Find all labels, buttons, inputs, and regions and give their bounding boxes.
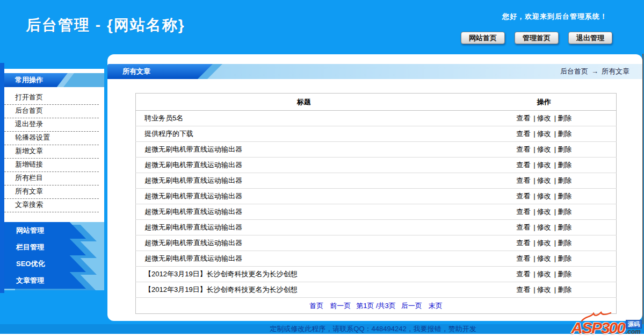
sidebar-section-banner[interactable]: 文章管理 xyxy=(4,272,86,289)
sidebar-menu-item[interactable]: 打开首页 xyxy=(4,91,99,105)
article-actions: 查看|修改|删除 xyxy=(472,282,617,298)
article-actions: 查看|修改|删除 xyxy=(472,111,617,126)
window-border xyxy=(642,54,643,336)
table-row: 超微无刷电机带直线运动输出器 查看|修改|删除 xyxy=(136,189,617,204)
delete-link[interactable]: 删除 xyxy=(558,239,571,247)
edit-link[interactable]: 修改 xyxy=(537,223,551,231)
sidebar-menu-item[interactable]: 新增链接 xyxy=(4,159,99,172)
breadcrumb-current: 所有文章 xyxy=(602,67,629,75)
article-title: 聘业务员5名 xyxy=(136,111,472,126)
sidebar-section-banner[interactable]: 栏目管理 xyxy=(4,239,86,255)
article-title: 超微无刷电机带直线运动输出器 xyxy=(136,220,472,235)
pagination: 首页前一页第1页 /共3页后一页末页 xyxy=(136,298,617,314)
table-row: 超微无刷电机带直线运动输出器 查看|修改|删除 xyxy=(136,204,617,220)
delete-link[interactable]: 删除 xyxy=(558,254,571,262)
footer-text: 定制或修改此程序，请联系QQ：448494242，我要报错，赞助开发 xyxy=(270,325,476,333)
prev-page-link[interactable]: 前一页 xyxy=(330,302,351,310)
table-row: 超微无刷电机带直线运动输出器 查看|修改|删除 xyxy=(136,173,617,189)
sidebar-section-header: 常用操作 xyxy=(4,73,104,87)
admin-home-button[interactable]: 管理首页 xyxy=(515,32,559,44)
sidebar-menu-item[interactable]: 文章搜索 xyxy=(4,199,99,212)
article-title: 超微无刷电机带直线运动输出器 xyxy=(136,158,472,173)
sidebar-menu: 打开首页 后台首页 退出登录 轮播器设置 新增文章 新增链接 所有栏目 所有文章… xyxy=(4,91,104,212)
edit-link[interactable]: 修改 xyxy=(537,285,551,294)
table-header-row: 标题 操作 xyxy=(136,94,617,111)
view-link[interactable]: 查看 xyxy=(516,239,530,247)
edit-link[interactable]: 修改 xyxy=(537,114,551,122)
column-header-ops: 操作 xyxy=(472,94,617,111)
logout-button[interactable]: 退出管理 xyxy=(568,32,612,44)
sidebar-menu-item[interactable]: 所有栏目 xyxy=(4,172,99,185)
main-panel: 所有文章 后台首页→所有文章 标题 操作 聘业务员5名 查看|修 xyxy=(107,54,642,321)
edit-link[interactable]: 修改 xyxy=(537,161,551,169)
view-link[interactable]: 查看 xyxy=(516,130,530,138)
sidebar-menu-item[interactable]: 所有文章 xyxy=(4,185,99,199)
table-row: 超微无刷电机带直线运动输出器 查看|修改|删除 xyxy=(136,251,617,267)
edit-link[interactable]: 修改 xyxy=(537,208,551,216)
breadcrumb-parent-link[interactable]: 后台首页 xyxy=(560,67,588,75)
view-link[interactable]: 查看 xyxy=(516,270,530,278)
sidebar-menu-item[interactable]: 新增文章 xyxy=(4,145,99,159)
delete-link[interactable]: 删除 xyxy=(558,130,571,138)
sidebar-section-row: 文章管理 xyxy=(4,272,99,289)
bottom-strip xyxy=(0,334,644,336)
sidebar-section-row: 网站管理 xyxy=(4,222,99,239)
edit-link[interactable]: 修改 xyxy=(537,239,551,247)
last-page-link[interactable]: 末页 xyxy=(429,302,443,310)
article-actions: 查看|修改|删除 xyxy=(472,251,617,267)
next-page-link[interactable]: 后一页 xyxy=(401,302,422,310)
delete-link[interactable]: 删除 xyxy=(558,161,571,169)
page-title: 后台管理 - {网站名称} xyxy=(26,15,185,35)
view-link[interactable]: 查看 xyxy=(516,114,530,122)
edit-link[interactable]: 修改 xyxy=(537,145,551,153)
view-link[interactable]: 查看 xyxy=(516,208,530,216)
delete-link[interactable]: 删除 xyxy=(558,223,571,231)
content-title: 所有文章 xyxy=(107,64,150,79)
article-actions: 查看|修改|删除 xyxy=(472,142,617,158)
view-link[interactable]: 查看 xyxy=(516,145,530,153)
article-actions: 查看|修改|删除 xyxy=(472,126,617,142)
article-actions: 查看|修改|删除 xyxy=(472,158,617,173)
edit-link[interactable]: 修改 xyxy=(537,254,551,262)
first-page-link[interactable]: 首页 xyxy=(309,302,323,310)
flame-icon xyxy=(581,311,613,322)
article-actions: 查看|修改|删除 xyxy=(472,235,617,251)
delete-link[interactable]: 删除 xyxy=(558,208,571,216)
edit-link[interactable]: 修改 xyxy=(537,130,551,138)
delete-link[interactable]: 删除 xyxy=(558,285,571,294)
delete-link[interactable]: 删除 xyxy=(558,270,571,278)
view-link[interactable]: 查看 xyxy=(516,254,530,262)
table-row: 超微无刷电机带直线运动输出器 查看|修改|删除 xyxy=(136,142,617,158)
article-title: 超微无刷电机带直线运动输出器 xyxy=(136,173,472,189)
article-title: 超微无刷电机带直线运动输出器 xyxy=(136,235,472,251)
sidebar-section-banner[interactable]: 网站管理 xyxy=(4,222,86,239)
edit-link[interactable]: 修改 xyxy=(537,270,551,278)
table-row: 超微无刷电机带直线运动输出器 查看|修改|删除 xyxy=(136,220,617,235)
asp300-domain: .com xyxy=(626,328,641,335)
edit-link[interactable]: 修改 xyxy=(537,192,551,200)
view-link[interactable]: 查看 xyxy=(516,161,530,169)
view-link[interactable]: 查看 xyxy=(516,285,530,294)
view-link[interactable]: 查看 xyxy=(516,223,530,231)
table-row: 【2012年3月19日】长沙创奇科技更名为长沙创想 查看|修改|删除 xyxy=(136,282,617,298)
table-row: 提供程序的下载 查看|修改|删除 xyxy=(136,126,617,142)
delete-link[interactable]: 删除 xyxy=(558,145,571,153)
sidebar-menu-item[interactable]: 轮播器设置 xyxy=(4,132,99,145)
edit-link[interactable]: 修改 xyxy=(537,176,551,184)
delete-link[interactable]: 删除 xyxy=(558,114,571,122)
sidebar-section-label: 栏目管理 xyxy=(4,239,86,255)
footer-bar: 定制或修改此程序，请联系QQ：448494242，我要报错，赞助开发 xyxy=(0,324,644,334)
sidebar-section-row: SEO优化 xyxy=(4,255,99,272)
article-actions: 查看|修改|删除 xyxy=(472,173,617,189)
breadcrumb-arrow-icon: → xyxy=(591,67,598,75)
delete-link[interactable]: 删除 xyxy=(558,192,571,200)
sidebar-menu-item[interactable]: 后台首页 xyxy=(4,105,99,118)
view-link[interactable]: 查看 xyxy=(516,176,530,184)
site-home-button[interactable]: 网站首页 xyxy=(461,32,505,44)
sidebar-section-banner[interactable]: SEO优化 xyxy=(4,255,86,272)
view-link[interactable]: 查看 xyxy=(516,192,530,200)
delete-link[interactable]: 删除 xyxy=(558,176,571,184)
article-actions: 查看|修改|删除 xyxy=(472,220,617,235)
sidebar-sections: 网站管理 栏目管理 SEO优化 文章管理 xyxy=(4,222,104,290)
sidebar-menu-item[interactable]: 退出登录 xyxy=(4,118,99,132)
